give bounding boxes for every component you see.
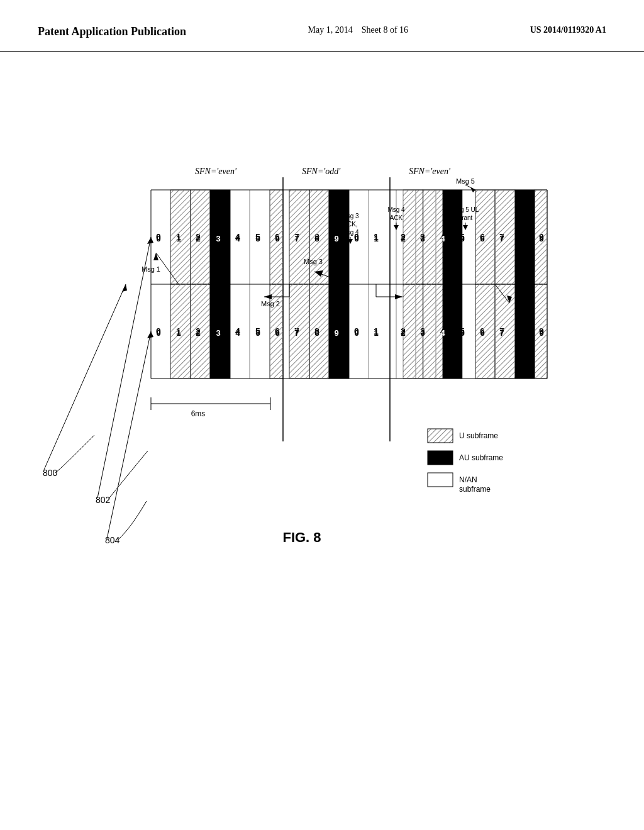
header-center: May 1, 2014 Sheet 8 of 16 [308,25,408,35]
row1-txt-8b: 8 [519,234,524,243]
row2-txt-2: 2 [196,328,200,338]
row2-txt-2b: 2 [401,328,405,338]
publication-title: Patent Application Publication [38,25,186,38]
sfn-odd: SFN='odd' [302,167,341,176]
row2-cell-black-9 [329,284,349,379]
row2-txt-1b: 1 [374,328,378,338]
row2-txt-6: 6 [275,328,279,338]
row2-txt-5: 5 [255,328,260,338]
ref800-curve [55,435,94,473]
ref800-arrowhead [122,284,127,292]
sheet-info: Sheet 8 of 16 [362,25,408,35]
msg4-ack-label2: ACK [390,214,403,221]
legend-nan-label1: N/AN [459,475,477,484]
row2-txt-3b: 3 [420,328,425,338]
row1-txt-2b: 2 [401,234,405,243]
msg5-ul-label: Msg 5 UL [452,206,479,213]
row2-txt-1: 1 [176,328,180,338]
row2-txt-9b: 9 [539,328,543,338]
msg2-label: Msg 2 [261,300,280,307]
row1-txt-2: 2 [196,234,200,243]
main-content: SFN='even' SFN='odd' SFN='even' [0,52,644,812]
row2-txt-3: 3 [216,328,220,338]
row2-txt-9: 9 [334,328,338,338]
row1-txt-0: 0 [156,234,160,243]
row1-txt-6b: 6 [480,234,484,243]
row1-txt-6: 6 [275,234,279,243]
msg5-grant-label: grant [458,214,473,221]
row2-txt-7b: 7 [499,328,504,338]
row2-txt-4b: 4 [440,328,445,338]
row1-cell-black-4b [443,190,462,284]
row2-cell-black-7b [515,284,535,379]
row2-txt-0b: 0 [354,328,358,338]
row1-txt-7b: 7 [499,234,504,243]
row2-txt-8b: 8 [519,328,524,338]
row2-txt-4: 4 [235,328,240,338]
msg4-ack-label: Msg 4 [387,206,405,213]
legend-u-label: U subframe [459,431,498,440]
ref-804-text: 804 [105,535,120,545]
legend-nan-label2: subframe [459,485,491,494]
legend-nan-box [428,473,453,487]
ref802-curve [108,451,148,499]
msg5ul-arrowhead [463,225,468,230]
msg3-ack-label2: ACK, [343,221,357,228]
msg4-arrowhead [395,294,402,299]
row1-cell-hatch-6b [495,190,515,284]
row1-txt-8: 8 [314,234,319,243]
row1-cell-hatch-3b [423,190,443,284]
row1-cell-black-9 [329,190,349,284]
row2-txt-8: 8 [314,328,319,338]
row2-cell-hatch-3b [423,284,443,379]
row2-txt-7: 7 [294,328,299,338]
row1-txt-1b: 1 [374,234,378,243]
row1-txt-5b: 5 [460,234,464,243]
msg3-label: Msg 3 [304,258,323,265]
row2-txt-0: 0 [156,328,160,338]
row1-txt-4: 4 [235,234,240,243]
msg2-arrowhead [264,294,272,299]
publication-date: May 1, 2014 [308,25,353,35]
sfn-even-2: SFN='even' [409,167,451,176]
sfn-even-1: SFN='even' [195,167,237,176]
row1-txt-9: 9 [334,234,338,243]
row2-cell-black-4b [443,284,462,379]
row1-txt-5: 5 [255,234,260,243]
figure-label: FIG. 8 [282,529,321,545]
msg3-ack-label: Msg 3 [341,213,359,219]
ref-802-text: 802 [96,495,111,505]
row2-txt-6b: 6 [480,328,484,338]
row1-txt-3: 3 [216,234,220,243]
ref804-arrowhead [147,331,153,338]
page-header: Patent Application Publication May 1, 20… [0,0,644,52]
row1-txt-1: 1 [176,234,180,243]
row2-cell-hatch-6b [495,284,515,379]
row2-cell-hatch-7 [289,284,309,379]
row1-cell-hatch-5b [475,190,495,284]
ref802-arrowhead [147,237,153,244]
ref804-curve [118,501,147,540]
legend-au-box [428,451,453,465]
msg4ack-arrowhead [394,225,399,230]
diagram-svg: SFN='even' SFN='odd' SFN='even' [0,102,644,794]
row1-cell-black-7b [515,190,535,284]
msg1-arrowhead [153,253,158,260]
row1-cell-hatch-7 [289,190,309,284]
row1-txt-7: 7 [294,234,299,243]
row2-txt-5b: 5 [460,328,464,338]
msg4-label-ann: Msg 4 [341,229,359,236]
patent-number: US 2014/0119320 A1 [530,25,606,35]
row1-txt-4b: 4 [440,234,445,243]
row1-txt-3b: 3 [420,234,425,243]
row1-txt-9b: 9 [539,234,543,243]
msg5-top-label: Msg 5 [456,177,475,185]
row2-cell-hatch-5b [475,284,495,379]
legend-u-box [428,429,453,443]
ref804-arrow [107,331,151,539]
legend-au-label: AU subframe [459,453,503,462]
6ms-label: 6ms [191,409,206,418]
ref800-arrow [44,284,126,470]
